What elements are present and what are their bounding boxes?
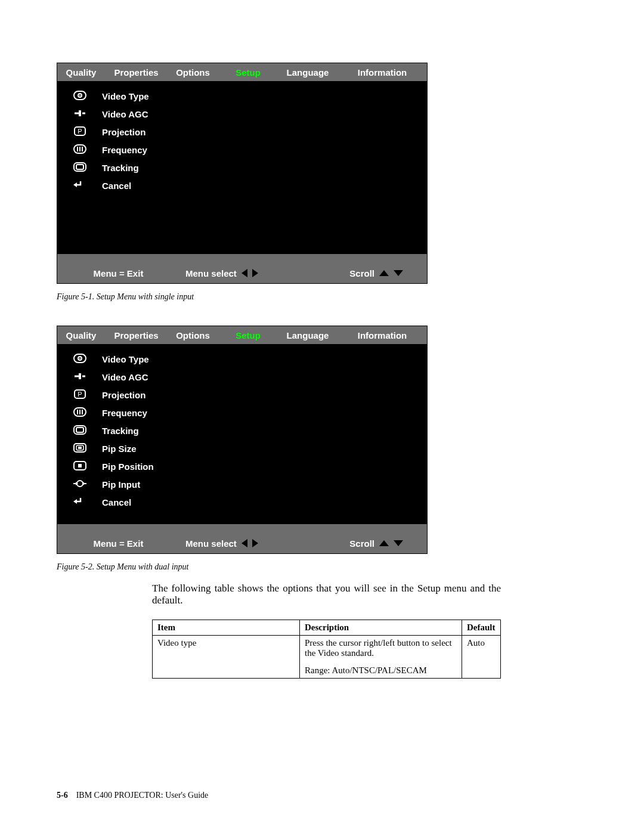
menu-item-video-agc[interactable]: Video AGC (57, 368, 427, 386)
menu-label: Projection (102, 127, 145, 137)
menu-item-cancel[interactable]: Cancel (57, 493, 427, 511)
osd-footer: Menu = Exit Menu select Scroll (57, 263, 427, 283)
triangle-left-icon (242, 539, 247, 547)
triangle-up-icon (379, 270, 389, 276)
osd-body: Video Type Video AGC Projection Frequenc… (57, 344, 427, 524)
menu-label: Cancel (102, 497, 131, 507)
menu-item-pip-size[interactable]: Pip Size (57, 439, 427, 457)
menu-item-video-agc[interactable]: Video AGC (57, 105, 427, 123)
menu-label: Pip Position (102, 462, 154, 472)
menu-label: Pip Size (102, 444, 137, 454)
menu-item-video-type[interactable]: Video Type (57, 87, 427, 105)
osd-menu-figure-2: Quality Properties Options Setup Languag… (57, 326, 428, 554)
tab-options[interactable]: Options (168, 326, 218, 344)
tracking-icon (57, 162, 102, 173)
menu-item-video-type[interactable]: Video Type (57, 350, 427, 368)
th-item: Item (153, 620, 300, 636)
frequency-icon (57, 407, 102, 418)
tab-properties[interactable]: Properties (105, 63, 168, 81)
video-agc-icon (57, 371, 102, 382)
osd-footer: Menu = Exit Menu select Scroll (57, 533, 427, 553)
menu-item-frequency[interactable]: Frequency (57, 404, 427, 422)
manual-page: Quality Properties Options Setup Languag… (0, 0, 644, 714)
video-type-icon (57, 354, 102, 364)
menu-label: Pip Input (102, 479, 140, 490)
tab-quality[interactable]: Quality (57, 326, 105, 344)
options-table: Item Description Default Video type Pres… (152, 620, 501, 679)
pip-position-icon (57, 461, 102, 472)
cell-item: Video type (153, 636, 300, 679)
menu-label: Frequency (102, 145, 147, 155)
tab-language[interactable]: Language (278, 63, 338, 81)
menu-label: Video Type (102, 91, 149, 101)
figure-1-caption: Figure 5-1. Setup Menu with single input (57, 292, 587, 302)
menu-label: Frequency (102, 408, 147, 418)
tab-setup[interactable]: Setup (218, 326, 278, 344)
page-number: 5-6 (57, 791, 68, 800)
menu-item-frequency[interactable]: Frequency (57, 141, 427, 159)
triangle-right-icon (252, 269, 258, 277)
table-row: Video type Press the cursor right/left b… (153, 636, 501, 679)
tab-setup[interactable]: Setup (218, 63, 278, 81)
tab-language[interactable]: Language (278, 326, 338, 344)
pip-size-icon (57, 443, 102, 454)
figure-2-caption: Figure 5-2. Setup Menu with dual input (57, 562, 587, 572)
tracking-icon (57, 425, 102, 436)
menu-item-projection[interactable]: Projection (57, 386, 427, 404)
triangle-right-icon (252, 539, 258, 547)
footer-title: IBM C400 PROJECTOR: User's Guide (76, 791, 209, 800)
th-default: Default (462, 620, 501, 636)
projection-icon (57, 389, 102, 400)
footer-menu-select: Menu select (179, 268, 258, 278)
triangle-down-icon (394, 540, 403, 546)
menu-label: Video AGC (102, 109, 148, 119)
menu-label: Tracking (102, 163, 139, 173)
video-type-icon (57, 91, 102, 101)
projection-icon (57, 126, 102, 137)
menu-item-cancel[interactable]: Cancel (57, 176, 427, 194)
return-icon (57, 180, 102, 191)
tab-information[interactable]: Information (338, 326, 427, 344)
footer-menu-select: Menu select (179, 538, 258, 549)
osd-menu-figure-1: Quality Properties Options Setup Languag… (57, 63, 428, 284)
cell-default: Auto (462, 636, 501, 679)
return-icon (57, 497, 102, 507)
menu-item-tracking[interactable]: Tracking (57, 159, 427, 176)
menu-label: Video Type (102, 354, 149, 364)
menu-item-projection[interactable]: Projection (57, 123, 427, 141)
tab-properties[interactable]: Properties (105, 326, 168, 344)
pip-input-icon (57, 479, 102, 490)
menu-label: Projection (102, 390, 145, 400)
tab-information[interactable]: Information (338, 63, 427, 81)
triangle-left-icon (242, 269, 247, 277)
footer-menu-exit: Menu = Exit (57, 538, 179, 549)
footer-menu-exit: Menu = Exit (57, 268, 179, 278)
menu-label: Tracking (102, 426, 139, 436)
osd-tab-bar: Quality Properties Options Setup Languag… (57, 63, 427, 81)
video-agc-icon (57, 109, 102, 119)
osd-tab-bar: Quality Properties Options Setup Languag… (57, 326, 427, 344)
osd-body: Video Type Video AGC Projection Frequenc… (57, 81, 427, 254)
footer-scroll: Scroll (349, 268, 427, 278)
tab-options[interactable]: Options (168, 63, 218, 81)
triangle-up-icon (379, 540, 389, 546)
body-paragraph: The following table shows the options th… (152, 583, 501, 606)
page-footer: 5-6 IBM C400 PROJECTOR: User's Guide (57, 791, 208, 800)
menu-label: Cancel (102, 181, 131, 191)
triangle-down-icon (394, 270, 403, 276)
th-description: Description (300, 620, 462, 636)
menu-item-pip-position[interactable]: Pip Position (57, 457, 427, 475)
menu-item-pip-input[interactable]: Pip Input (57, 475, 427, 493)
menu-label: Video AGC (102, 372, 148, 382)
frequency-icon (57, 144, 102, 155)
footer-scroll: Scroll (349, 538, 427, 549)
tab-quality[interactable]: Quality (57, 63, 105, 81)
menu-item-tracking[interactable]: Tracking (57, 422, 427, 439)
cell-description: Press the cursor right/left button to se… (300, 636, 462, 679)
